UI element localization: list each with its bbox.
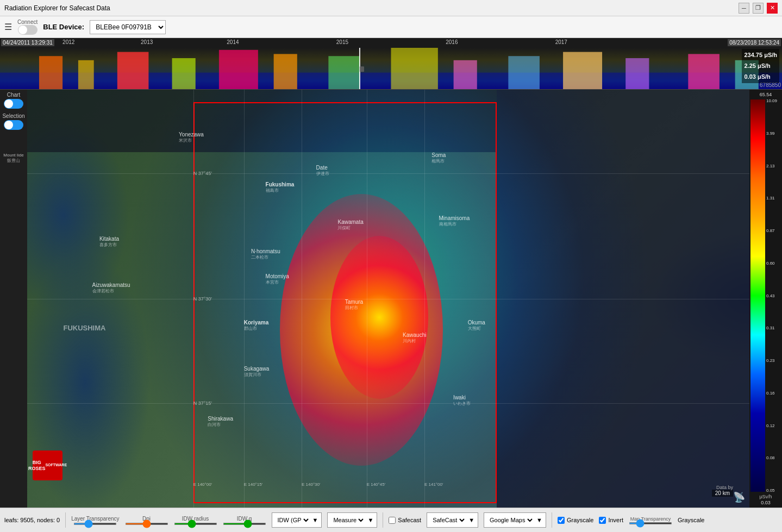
connect-section: Connect bbox=[17, 19, 37, 35]
chart-toggle[interactable] bbox=[4, 99, 23, 109]
grid-h-1 bbox=[27, 173, 749, 174]
year-2017: 2017 bbox=[555, 39, 567, 45]
rad-high: 234.75 μS/h bbox=[744, 50, 777, 61]
year-2012: 2012 bbox=[62, 39, 74, 45]
scale-val-1: 3.99 bbox=[766, 131, 781, 136]
svg-rect-6 bbox=[274, 54, 297, 89]
svg-rect-13 bbox=[688, 54, 720, 89]
grayscale2-label: Grayscale bbox=[678, 517, 705, 523]
safecast-label: Safecast bbox=[398, 517, 421, 523]
scale-bottom-value: 0.03 bbox=[761, 500, 771, 505]
scale-val-2: 2.13 bbox=[766, 164, 781, 168]
grid-v-5 bbox=[424, 90, 425, 508]
timeline-chart[interactable] bbox=[0, 48, 782, 89]
grid-v-3 bbox=[302, 90, 302, 508]
svg-rect-11 bbox=[563, 52, 602, 89]
layer-transparency-slider[interactable] bbox=[73, 523, 117, 525]
grid-h-2 bbox=[27, 299, 749, 299]
safecast-select[interactable]: SafeCast bbox=[430, 516, 466, 524]
google-maps-select[interactable]: Google Maps bbox=[487, 516, 534, 524]
grayscale-check-group: Grayscale bbox=[558, 517, 594, 524]
network-icon: 📡 bbox=[733, 491, 745, 503]
titlebar: Radiation Explorer for Safecast Data ─ ❐… bbox=[0, 0, 782, 16]
scale-val-3: 1.31 bbox=[766, 196, 781, 201]
grayscale-checkbox[interactable] bbox=[558, 517, 565, 524]
google-maps-select-wrapper[interactable]: Google Maps ▼ bbox=[484, 512, 546, 528]
connect-toggle[interactable] bbox=[18, 25, 37, 35]
scale-val-11: 0.08 bbox=[766, 455, 781, 460]
measure-chevron: ▼ bbox=[367, 517, 373, 523]
selection-toggle[interactable] bbox=[4, 120, 23, 130]
chart-label: Chart bbox=[7, 92, 20, 98]
restore-button[interactable]: ❐ bbox=[753, 3, 764, 14]
google-maps-chevron: ▼ bbox=[536, 517, 542, 523]
map-transparency-section: Map Transparency bbox=[629, 516, 672, 524]
scale-val-6: 0.43 bbox=[766, 293, 781, 298]
grid-v-1 bbox=[193, 90, 194, 508]
connect-label: Connect bbox=[17, 19, 37, 25]
toolbar: ☰ Connect BLE Device: BLEBee 0F09791B bbox=[0, 16, 782, 38]
idw-q-control: IDW q bbox=[223, 516, 266, 525]
svg-rect-7 bbox=[328, 56, 360, 89]
svg-rect-12 bbox=[625, 58, 649, 89]
grayscale2-check-group: Grayscale bbox=[678, 517, 705, 523]
svg-rect-3 bbox=[117, 52, 149, 89]
svg-rect-1 bbox=[39, 56, 62, 89]
measure-select-wrapper[interactable]: Measure ▼ bbox=[327, 512, 377, 528]
year-2013: 2013 bbox=[141, 39, 153, 45]
data-by-label: Data by bbox=[716, 485, 733, 490]
safecast-select-wrapper[interactable]: SafeCast ▼ bbox=[427, 512, 478, 528]
dpi-slider[interactable] bbox=[125, 523, 168, 525]
app-title: Radiation Explorer for Safecast Data bbox=[4, 4, 110, 12]
idw-q-slider[interactable] bbox=[223, 523, 266, 525]
year-2015: 2015 bbox=[336, 39, 348, 45]
grid-v-4 bbox=[367, 90, 367, 508]
grid-h-3 bbox=[27, 403, 749, 404]
scale-val-0: 10.09 bbox=[766, 98, 781, 103]
dpi-control: Dpi bbox=[125, 516, 168, 525]
map-scale: 20 km bbox=[712, 490, 733, 497]
safecast-checkbox[interactable] bbox=[389, 517, 396, 524]
timeline-start-date: 04/24/2011 13:29:31 bbox=[1, 39, 54, 46]
rad-low: 0.03 μS/h bbox=[744, 72, 777, 83]
idw-gp-select-wrapper[interactable]: IDW (GP ▼ bbox=[272, 512, 322, 528]
year-2014: 2014 bbox=[227, 39, 239, 45]
svg-rect-5 bbox=[219, 50, 258, 89]
color-scale: 65.54 10.09 3.99 2.13 1.31 0.87 0.60 0.4… bbox=[749, 90, 782, 508]
scale-val-7: 0.31 bbox=[766, 326, 781, 330]
safecast-chevron: ▼ bbox=[468, 517, 474, 523]
idw-radius-slider[interactable] bbox=[174, 523, 217, 525]
measure-select[interactable]: Measure bbox=[331, 516, 365, 524]
safecast-check-group: Safecast bbox=[389, 517, 421, 524]
minimize-button[interactable]: ─ bbox=[739, 3, 749, 14]
map-transparency-slider[interactable] bbox=[629, 522, 672, 524]
separator-2 bbox=[383, 512, 383, 528]
timeline: 04/24/2011 13:29:31 08/23/2018 12:53:24 … bbox=[0, 38, 782, 90]
map-container[interactable]: N 37°45' N 37°30' N 37°15' E 140°00' E 1… bbox=[27, 90, 749, 508]
menu-icon[interactable]: ☰ bbox=[4, 22, 12, 32]
timeline-rad-labels: 234.75 μS/h 2.25 μS/h 0.03 μS/h bbox=[742, 49, 779, 83]
mount-iide-label: Mount Iide 飯豊山 bbox=[3, 153, 23, 164]
grayscale-label: Grayscale bbox=[567, 517, 594, 523]
color-bar bbox=[750, 99, 765, 492]
scale-top-value: 65.54 bbox=[760, 92, 772, 97]
separator-1 bbox=[65, 512, 66, 528]
radiation-hotspot-peak bbox=[330, 236, 428, 399]
scale-unit: μSv/h bbox=[759, 494, 772, 499]
scale-val-4: 0.87 bbox=[766, 228, 781, 233]
scale-val-10: 0.12 bbox=[766, 423, 781, 428]
idw-gp-select[interactable]: IDW (GP bbox=[276, 516, 310, 524]
left-panel: Chart Selection Mount Iide 飯豊山 bbox=[0, 90, 27, 508]
svg-rect-16 bbox=[360, 66, 364, 72]
grid-v-2 bbox=[244, 90, 245, 508]
idw-radius-control: IDW radius bbox=[174, 516, 217, 525]
scale-val-5: 0.60 bbox=[766, 261, 781, 266]
invert-checkbox[interactable] bbox=[599, 517, 606, 524]
ble-device-select[interactable]: BLEBee 0F09791B bbox=[90, 20, 166, 34]
separator-3 bbox=[552, 512, 552, 528]
svg-rect-2 bbox=[78, 60, 94, 89]
svg-rect-4 bbox=[172, 58, 196, 89]
close-button[interactable]: ✕ bbox=[767, 3, 778, 14]
timeline-end-date: 08/23/2018 12:53:24 bbox=[728, 39, 781, 46]
invert-check-group: Invert bbox=[599, 517, 623, 524]
